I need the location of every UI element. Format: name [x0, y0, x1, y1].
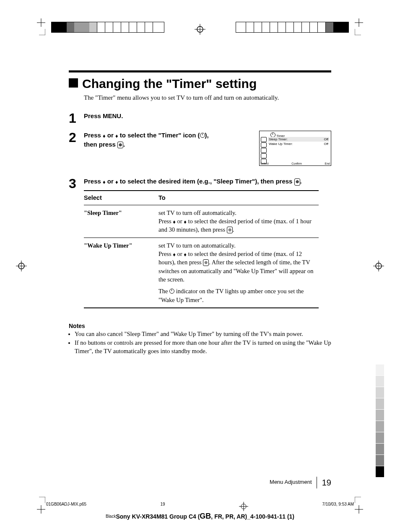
register-mark-icon [373, 261, 384, 271]
osd-footer: SelectConfirmEnd [260, 162, 330, 165]
bullet-square-icon [69, 78, 78, 88]
color-bar-right [236, 22, 349, 33]
notes-list: You can also cancel "Sleep Timer" and "W… [69, 330, 331, 356]
step-text: Press MENU. [84, 111, 331, 125]
color-bar-left [51, 22, 164, 33]
note-item: If no buttons or controls are pressed fo… [75, 339, 331, 355]
intro-text: The "Timer" menu allows you to set TV to… [84, 94, 331, 101]
heading-rule [69, 70, 331, 72]
up-arrow-icon: ♦ [103, 178, 106, 186]
registration-top [0, 24, 400, 34]
step-number: 2 [69, 131, 84, 166]
osd-screenshot: Timer Sleep Timer:Off Wake Up Timer:Off … [259, 131, 331, 166]
step-text: Press ♦ or ♦ to select the "Timer" icon … [84, 131, 252, 166]
ok-button-icon: ⊕ [203, 259, 209, 266]
step-1: 1 Press MENU. [69, 111, 331, 125]
osd-menu-icons [261, 137, 267, 164]
src-file: 01GB06ADJ-MIX.p65 [46, 502, 86, 511]
color-label: Black [106, 514, 116, 519]
table-cell-desc: set TV to turn off automatically. Press … [158, 205, 319, 238]
step-text: Press ♦ or ♦ to select the desired item … [84, 177, 319, 308]
table-cell-desc: set TV to turn on automatically. Press ♦… [158, 238, 319, 307]
table-header: To [158, 191, 319, 205]
note-item: You can also cancel "Sleep Timer" and "W… [75, 330, 331, 338]
table-row: "Sleep Timer" set TV to turn off automat… [84, 205, 319, 238]
section-name: Menu Adjustment [270, 479, 312, 485]
product-line: BlackSony KV-XR34M81 Group C4 (GB, FR, P… [0, 512, 400, 521]
table-bottom-rule [84, 307, 319, 308]
register-mark-icon [195, 24, 205, 35]
source-line: 01GB06ADJ-MIX.p65 19 7/10/03, 9:53 AM [46, 502, 354, 511]
divider [317, 477, 317, 488]
step-number: 1 [69, 111, 84, 125]
crop-mark-icon [355, 497, 371, 514]
crop-mark-icon [29, 497, 45, 514]
src-page: 19 [161, 502, 165, 511]
table-cell-select: "Wake Up Timer" [84, 238, 158, 307]
down-arrow-icon: ♦ [184, 218, 187, 226]
running-footer: Menu Adjustment 19 [270, 477, 331, 488]
notes-heading: Notes [69, 323, 331, 329]
ok-button-icon: ⊕ [227, 227, 233, 233]
ok-button-icon: ⊕ [117, 142, 123, 149]
step-number: 3 [69, 177, 84, 308]
table-row: "Wake Up Timer" set TV to turn on automa… [84, 238, 319, 307]
down-arrow-icon: ♦ [115, 132, 118, 140]
timer-icon [200, 133, 205, 138]
timer-icon [169, 289, 174, 294]
register-mark-icon [16, 261, 27, 271]
grayscale-bar [376, 364, 384, 478]
up-arrow-icon: ♦ [173, 251, 176, 258]
table-cell-select: "Sleep Timer" [84, 205, 158, 238]
page-title: Changing the "Timer" setting [69, 77, 331, 91]
down-arrow-icon: ♦ [115, 178, 118, 186]
page-number: 19 [322, 478, 331, 487]
up-arrow-icon: ♦ [103, 132, 106, 140]
crop-mark-icon [29, 18, 45, 35]
step-2: 2 Press ♦ or ♦ to select the "Timer" ico… [69, 131, 331, 166]
crop-mark-icon [355, 18, 371, 35]
step-3: 3 Press ♦ or ♦ to select the desired ite… [69, 177, 331, 308]
src-date: 7/10/03, 9:53 AM [322, 502, 354, 511]
table-header: Select [84, 191, 158, 205]
ok-button-icon: ⊕ [294, 178, 300, 186]
register-mark-icon [239, 502, 248, 511]
osd-row: Sleep Timer:Off [268, 137, 329, 142]
down-arrow-icon: ♦ [184, 251, 187, 258]
osd-row: Wake Up Timer:Off [268, 142, 329, 146]
up-arrow-icon: ♦ [173, 218, 176, 226]
options-table: SelectTo "Sleep Timer" set TV to turn of… [84, 191, 319, 308]
